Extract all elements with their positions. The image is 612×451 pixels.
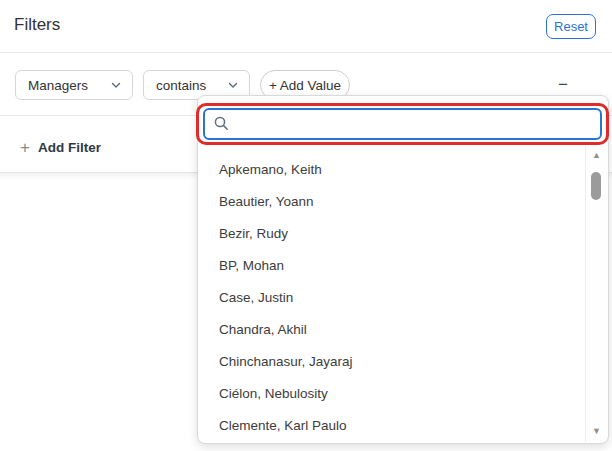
value-dropdown-panel: Apkemano, Keith Beautier, Yoann Bezir, R… <box>197 95 609 444</box>
chevron-down-icon <box>110 79 122 91</box>
chevron-down-icon <box>227 79 239 91</box>
filter-field-value: Managers <box>28 78 104 93</box>
add-filter-label: Add Filter <box>38 140 101 155</box>
list-item[interactable]: Chandra, Akhil <box>198 313 585 345</box>
list-item[interactable]: Beautier, Yoann <box>198 185 585 217</box>
list-item[interactable]: Case, Justin <box>198 281 585 313</box>
filters-page: Filters Reset Managers contains + Add Va… <box>0 0 612 451</box>
scrollbar-thumb[interactable] <box>591 172 601 200</box>
filter-field-select[interactable]: Managers <box>15 70 133 100</box>
list-item[interactable]: Bezir, Rudy <box>198 217 585 249</box>
reset-button[interactable]: Reset <box>546 14 596 39</box>
scroll-down-icon[interactable]: ▼ <box>586 424 607 438</box>
add-filter-button[interactable]: + Add Filter <box>20 133 101 161</box>
scroll-up-icon[interactable]: ▲ <box>586 148 607 162</box>
page-title: Filters <box>14 15 60 35</box>
header-divider <box>0 52 612 53</box>
search-field-wrap <box>203 108 602 140</box>
list-item[interactable]: BP, Mohan <box>198 249 585 281</box>
filter-operator-value: contains <box>156 78 221 93</box>
list-item[interactable]: Ciélon, Nebulosity <box>198 377 585 409</box>
scrollbar[interactable]: ▲ ▼ <box>585 146 607 442</box>
plus-icon: + <box>20 139 30 156</box>
list-item[interactable]: Chinchanasur, Jayaraj <box>198 345 585 377</box>
list-item[interactable]: Clemente, Karl Paulo <box>198 409 585 441</box>
list-item[interactable]: Apkemano, Keith <box>198 153 585 185</box>
manager-option-list: Apkemano, Keith Beautier, Yoann Bezir, R… <box>198 153 585 442</box>
search-input[interactable] <box>203 108 602 140</box>
